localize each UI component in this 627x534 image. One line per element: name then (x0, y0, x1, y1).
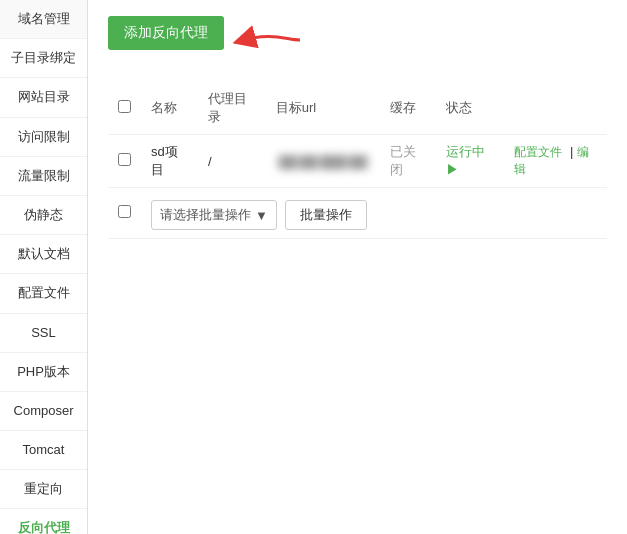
main-content: 添加反向代理 名称 代理目录 目标url 缓存 状态 (88, 0, 627, 534)
row-target-url: ██.██.███.██ (266, 135, 381, 188)
select-all-checkbox[interactable] (118, 100, 131, 113)
sidebar-item-ssl[interactable]: SSL (0, 314, 87, 353)
batch-operation-button[interactable]: 批量操作 (285, 200, 367, 230)
add-reverse-proxy-button[interactable]: 添加反向代理 (108, 16, 224, 50)
batch-row: 请选择批量操作 ▼ 批量操作 (108, 188, 607, 239)
row-name: sd项目 (141, 135, 198, 188)
sidebar-item-traffic-limit[interactable]: 流量限制 (0, 157, 87, 196)
sidebar-item-redirect[interactable]: 重定向 (0, 470, 87, 509)
sidebar-item-site-dir[interactable]: 网站目录 (0, 78, 87, 117)
sidebar-item-tomcat[interactable]: Tomcat (0, 431, 87, 470)
row-cache: 已关闭 (380, 135, 436, 188)
col-header-actions (504, 82, 607, 135)
col-header-proxy-dir: 代理目录 (198, 82, 266, 135)
col-header-target-url: 目标url (266, 82, 381, 135)
col-header-cache: 缓存 (380, 82, 436, 135)
table-row: sd项目 / ██.██.███.██ 已关闭 运行中▶ 配置文件 | 编辑 (108, 135, 607, 188)
proxy-table: 名称 代理目录 目标url 缓存 状态 sd项目 / ██.██.███.██ … (108, 82, 607, 239)
row-checkbox[interactable] (118, 153, 131, 166)
arrow-annotation (232, 22, 302, 61)
col-header-name: 名称 (141, 82, 198, 135)
sidebar-item-config-file[interactable]: 配置文件 (0, 274, 87, 313)
sidebar-item-domain-mgmt[interactable]: 域名管理 (0, 0, 87, 39)
batch-area: 请选择批量操作 ▼ 批量操作 (151, 200, 597, 230)
col-header-status: 状态 (436, 82, 504, 135)
sidebar-item-default-doc[interactable]: 默认文档 (0, 235, 87, 274)
batch-select-dropdown[interactable]: 请选择批量操作 ▼ (151, 200, 277, 230)
row-proxy-dir: / (198, 135, 266, 188)
sidebar-item-subdir-bind[interactable]: 子目录绑定 (0, 39, 87, 78)
chevron-down-icon: ▼ (255, 208, 268, 223)
batch-select-label: 请选择批量操作 (160, 206, 251, 224)
batch-checkbox[interactable] (118, 205, 131, 218)
sidebar-item-access-limit[interactable]: 访问限制 (0, 118, 87, 157)
sidebar: 域名管理 子目录绑定 网站目录 访问限制 流量限制 伪静态 默认文档 配置文件 … (0, 0, 88, 534)
row-status: 运行中▶ (436, 135, 504, 188)
sidebar-item-rewrite[interactable]: 伪静态 (0, 196, 87, 235)
sidebar-item-reverse-proxy[interactable]: 反向代理 (0, 509, 87, 534)
row-actions: 配置文件 | 编辑 (504, 135, 607, 188)
config-file-link[interactable]: 配置文件 (514, 145, 562, 159)
sidebar-item-php-version[interactable]: PHP版本 (0, 353, 87, 392)
sidebar-item-composer[interactable]: Composer (0, 392, 87, 431)
